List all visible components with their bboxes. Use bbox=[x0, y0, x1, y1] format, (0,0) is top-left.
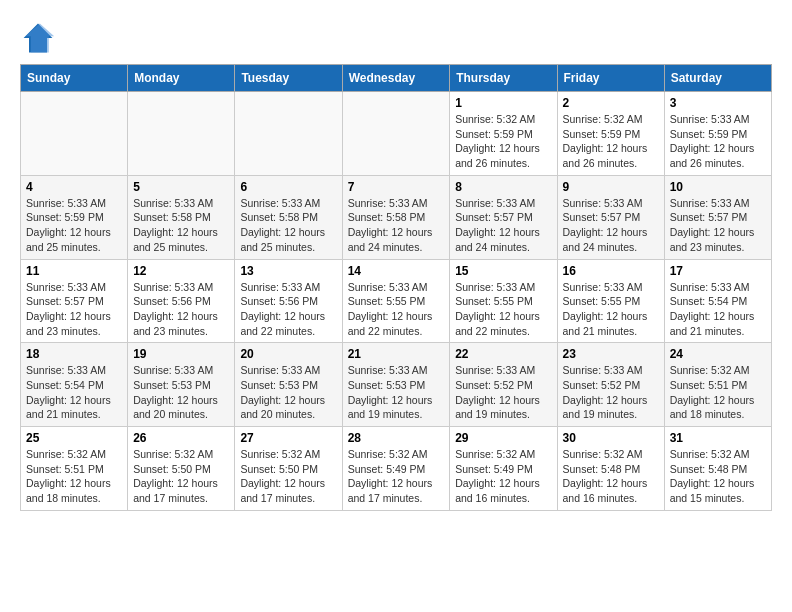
day-info: Sunrise: 5:32 AM Sunset: 5:59 PM Dayligh… bbox=[563, 112, 659, 171]
day-number: 5 bbox=[133, 180, 229, 194]
calendar-header-wednesday: Wednesday bbox=[342, 65, 450, 92]
calendar-week-row: 25Sunrise: 5:32 AM Sunset: 5:51 PM Dayli… bbox=[21, 427, 772, 511]
day-number: 17 bbox=[670, 264, 766, 278]
day-number: 15 bbox=[455, 264, 551, 278]
calendar-cell: 5Sunrise: 5:33 AM Sunset: 5:58 PM Daylig… bbox=[128, 175, 235, 259]
calendar-cell bbox=[342, 92, 450, 176]
day-number: 8 bbox=[455, 180, 551, 194]
day-info: Sunrise: 5:33 AM Sunset: 5:59 PM Dayligh… bbox=[670, 112, 766, 171]
day-info: Sunrise: 5:33 AM Sunset: 5:58 PM Dayligh… bbox=[240, 196, 336, 255]
calendar-cell: 30Sunrise: 5:32 AM Sunset: 5:48 PM Dayli… bbox=[557, 427, 664, 511]
day-info: Sunrise: 5:33 AM Sunset: 5:57 PM Dayligh… bbox=[26, 280, 122, 339]
day-number: 11 bbox=[26, 264, 122, 278]
day-info: Sunrise: 5:33 AM Sunset: 5:58 PM Dayligh… bbox=[348, 196, 445, 255]
day-info: Sunrise: 5:33 AM Sunset: 5:53 PM Dayligh… bbox=[133, 363, 229, 422]
day-number: 16 bbox=[563, 264, 659, 278]
calendar-cell: 15Sunrise: 5:33 AM Sunset: 5:55 PM Dayli… bbox=[450, 259, 557, 343]
calendar-cell: 18Sunrise: 5:33 AM Sunset: 5:54 PM Dayli… bbox=[21, 343, 128, 427]
calendar-week-row: 1Sunrise: 5:32 AM Sunset: 5:59 PM Daylig… bbox=[21, 92, 772, 176]
calendar-cell: 25Sunrise: 5:32 AM Sunset: 5:51 PM Dayli… bbox=[21, 427, 128, 511]
calendar-header-friday: Friday bbox=[557, 65, 664, 92]
day-info: Sunrise: 5:33 AM Sunset: 5:57 PM Dayligh… bbox=[670, 196, 766, 255]
calendar-cell: 28Sunrise: 5:32 AM Sunset: 5:49 PM Dayli… bbox=[342, 427, 450, 511]
calendar-cell bbox=[128, 92, 235, 176]
calendar-cell: 22Sunrise: 5:33 AM Sunset: 5:52 PM Dayli… bbox=[450, 343, 557, 427]
calendar-cell bbox=[21, 92, 128, 176]
day-info: Sunrise: 5:33 AM Sunset: 5:57 PM Dayligh… bbox=[455, 196, 551, 255]
calendar-cell: 3Sunrise: 5:33 AM Sunset: 5:59 PM Daylig… bbox=[664, 92, 771, 176]
calendar-header-tuesday: Tuesday bbox=[235, 65, 342, 92]
day-number: 31 bbox=[670, 431, 766, 445]
calendar-header-saturday: Saturday bbox=[664, 65, 771, 92]
calendar-cell: 4Sunrise: 5:33 AM Sunset: 5:59 PM Daylig… bbox=[21, 175, 128, 259]
day-number: 1 bbox=[455, 96, 551, 110]
calendar-cell: 6Sunrise: 5:33 AM Sunset: 5:58 PM Daylig… bbox=[235, 175, 342, 259]
day-number: 18 bbox=[26, 347, 122, 361]
calendar-week-row: 4Sunrise: 5:33 AM Sunset: 5:59 PM Daylig… bbox=[21, 175, 772, 259]
calendar-cell: 7Sunrise: 5:33 AM Sunset: 5:58 PM Daylig… bbox=[342, 175, 450, 259]
calendar-cell: 16Sunrise: 5:33 AM Sunset: 5:55 PM Dayli… bbox=[557, 259, 664, 343]
day-number: 30 bbox=[563, 431, 659, 445]
day-number: 20 bbox=[240, 347, 336, 361]
calendar-header-row: SundayMondayTuesdayWednesdayThursdayFrid… bbox=[21, 65, 772, 92]
calendar-header-monday: Monday bbox=[128, 65, 235, 92]
calendar-cell: 2Sunrise: 5:32 AM Sunset: 5:59 PM Daylig… bbox=[557, 92, 664, 176]
calendar-cell: 20Sunrise: 5:33 AM Sunset: 5:53 PM Dayli… bbox=[235, 343, 342, 427]
day-number: 28 bbox=[348, 431, 445, 445]
day-info: Sunrise: 5:32 AM Sunset: 5:50 PM Dayligh… bbox=[240, 447, 336, 506]
logo-icon bbox=[20, 20, 56, 56]
day-info: Sunrise: 5:32 AM Sunset: 5:59 PM Dayligh… bbox=[455, 112, 551, 171]
day-info: Sunrise: 5:33 AM Sunset: 5:55 PM Dayligh… bbox=[455, 280, 551, 339]
day-info: Sunrise: 5:32 AM Sunset: 5:48 PM Dayligh… bbox=[670, 447, 766, 506]
calendar-cell: 26Sunrise: 5:32 AM Sunset: 5:50 PM Dayli… bbox=[128, 427, 235, 511]
calendar-cell: 24Sunrise: 5:32 AM Sunset: 5:51 PM Dayli… bbox=[664, 343, 771, 427]
calendar-header-thursday: Thursday bbox=[450, 65, 557, 92]
day-number: 19 bbox=[133, 347, 229, 361]
day-info: Sunrise: 5:33 AM Sunset: 5:56 PM Dayligh… bbox=[133, 280, 229, 339]
day-number: 14 bbox=[348, 264, 445, 278]
day-number: 3 bbox=[670, 96, 766, 110]
calendar-cell: 19Sunrise: 5:33 AM Sunset: 5:53 PM Dayli… bbox=[128, 343, 235, 427]
calendar-cell: 31Sunrise: 5:32 AM Sunset: 5:48 PM Dayli… bbox=[664, 427, 771, 511]
calendar-cell: 8Sunrise: 5:33 AM Sunset: 5:57 PM Daylig… bbox=[450, 175, 557, 259]
calendar-week-row: 11Sunrise: 5:33 AM Sunset: 5:57 PM Dayli… bbox=[21, 259, 772, 343]
day-info: Sunrise: 5:33 AM Sunset: 5:52 PM Dayligh… bbox=[455, 363, 551, 422]
day-info: Sunrise: 5:32 AM Sunset: 5:49 PM Dayligh… bbox=[455, 447, 551, 506]
day-number: 6 bbox=[240, 180, 336, 194]
day-info: Sunrise: 5:32 AM Sunset: 5:51 PM Dayligh… bbox=[26, 447, 122, 506]
day-info: Sunrise: 5:33 AM Sunset: 5:58 PM Dayligh… bbox=[133, 196, 229, 255]
day-number: 10 bbox=[670, 180, 766, 194]
calendar-cell: 9Sunrise: 5:33 AM Sunset: 5:57 PM Daylig… bbox=[557, 175, 664, 259]
day-info: Sunrise: 5:33 AM Sunset: 5:54 PM Dayligh… bbox=[26, 363, 122, 422]
calendar-cell: 12Sunrise: 5:33 AM Sunset: 5:56 PM Dayli… bbox=[128, 259, 235, 343]
day-number: 7 bbox=[348, 180, 445, 194]
day-number: 26 bbox=[133, 431, 229, 445]
calendar-table: SundayMondayTuesdayWednesdayThursdayFrid… bbox=[20, 64, 772, 511]
calendar-cell bbox=[235, 92, 342, 176]
day-number: 9 bbox=[563, 180, 659, 194]
day-info: Sunrise: 5:32 AM Sunset: 5:49 PM Dayligh… bbox=[348, 447, 445, 506]
day-number: 22 bbox=[455, 347, 551, 361]
calendar-week-row: 18Sunrise: 5:33 AM Sunset: 5:54 PM Dayli… bbox=[21, 343, 772, 427]
day-info: Sunrise: 5:32 AM Sunset: 5:50 PM Dayligh… bbox=[133, 447, 229, 506]
calendar-cell: 10Sunrise: 5:33 AM Sunset: 5:57 PM Dayli… bbox=[664, 175, 771, 259]
calendar-cell: 23Sunrise: 5:33 AM Sunset: 5:52 PM Dayli… bbox=[557, 343, 664, 427]
calendar-cell: 29Sunrise: 5:32 AM Sunset: 5:49 PM Dayli… bbox=[450, 427, 557, 511]
logo bbox=[20, 20, 60, 56]
day-info: Sunrise: 5:33 AM Sunset: 5:56 PM Dayligh… bbox=[240, 280, 336, 339]
day-info: Sunrise: 5:33 AM Sunset: 5:53 PM Dayligh… bbox=[348, 363, 445, 422]
calendar-cell: 17Sunrise: 5:33 AM Sunset: 5:54 PM Dayli… bbox=[664, 259, 771, 343]
day-info: Sunrise: 5:32 AM Sunset: 5:48 PM Dayligh… bbox=[563, 447, 659, 506]
day-info: Sunrise: 5:32 AM Sunset: 5:51 PM Dayligh… bbox=[670, 363, 766, 422]
day-number: 27 bbox=[240, 431, 336, 445]
calendar-cell: 11Sunrise: 5:33 AM Sunset: 5:57 PM Dayli… bbox=[21, 259, 128, 343]
day-info: Sunrise: 5:33 AM Sunset: 5:52 PM Dayligh… bbox=[563, 363, 659, 422]
day-number: 25 bbox=[26, 431, 122, 445]
day-number: 23 bbox=[563, 347, 659, 361]
day-number: 24 bbox=[670, 347, 766, 361]
day-info: Sunrise: 5:33 AM Sunset: 5:57 PM Dayligh… bbox=[563, 196, 659, 255]
calendar-cell: 13Sunrise: 5:33 AM Sunset: 5:56 PM Dayli… bbox=[235, 259, 342, 343]
calendar-cell: 27Sunrise: 5:32 AM Sunset: 5:50 PM Dayli… bbox=[235, 427, 342, 511]
day-number: 4 bbox=[26, 180, 122, 194]
calendar-cell: 1Sunrise: 5:32 AM Sunset: 5:59 PM Daylig… bbox=[450, 92, 557, 176]
